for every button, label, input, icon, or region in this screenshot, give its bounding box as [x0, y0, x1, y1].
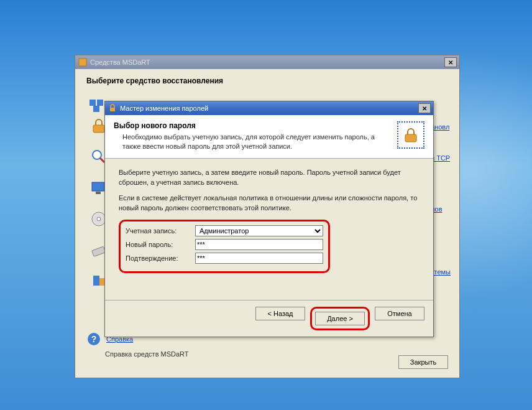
wizard-paragraph-2: Если в системе действует локальная полит… — [119, 193, 420, 213]
svg-rect-7 — [92, 182, 104, 191]
svg-text:?: ? — [91, 334, 97, 344]
svg-rect-11 — [92, 246, 106, 256]
wizard-header: Выбор нового пароля Необходимо выбрать у… — [105, 115, 433, 159]
close-icon[interactable]: ✕ — [444, 57, 457, 67]
svg-rect-13 — [99, 278, 104, 286]
msdart-title: Средства MSDaRT — [90, 58, 150, 66]
wizard-paragraph-1: Выберите учетную запись, а затем введите… — [119, 167, 420, 188]
wizard-step-title: Выбор нового пароля — [114, 121, 392, 130]
wizard-button-row: < Назад Далее > Отмена — [105, 300, 433, 337]
cancel-button[interactable]: Отмена — [375, 307, 424, 320]
wizard-step-subtitle: Необходимо выбрать учетную запись, для к… — [114, 133, 392, 152]
wizard-close-icon[interactable]: ✕ — [418, 103, 431, 113]
account-label: Учетная запись: — [126, 226, 195, 236]
form-highlight: Учетная запись: Администратор Новый паро… — [119, 220, 330, 273]
page-title: Выберите средство восстановления — [86, 77, 448, 85]
svg-line-6 — [100, 158, 104, 162]
svg-rect-17 — [405, 134, 416, 142]
confirm-input[interactable] — [195, 253, 323, 264]
wizard-lock-icon — [108, 103, 117, 113]
svg-rect-16 — [110, 108, 115, 111]
close-button[interactable]: Закрыть — [398, 355, 448, 369]
msdart-titlebar: Средства MSDaRT ✕ — [75, 55, 459, 69]
password-wizard-window: Мастер изменения паролей ✕ Выбор нового … — [104, 101, 434, 337]
newpass-label: Новый пароль: — [126, 240, 195, 250]
wizard-titlebar: Мастер изменения паролей ✕ — [105, 101, 433, 115]
msdart-icon — [78, 57, 88, 67]
svg-rect-0 — [79, 58, 86, 66]
wizard-title: Мастер изменения паролей — [120, 105, 208, 112]
back-button[interactable]: < Назад — [255, 307, 305, 320]
svg-rect-4 — [93, 125, 104, 133]
wizard-body: Выберите учетную запись, а затем введите… — [105, 159, 433, 282]
svg-rect-12 — [93, 276, 99, 286]
help-icon: ? — [86, 332, 101, 347]
svg-point-5 — [93, 151, 101, 159]
help-subtitle: Справка средств MSDaRT — [105, 350, 189, 358]
svg-point-10 — [97, 217, 101, 221]
next-button[interactable]: Далее > — [315, 312, 365, 325]
next-highlight: Далее > — [310, 307, 370, 330]
wizard-header-lock-icon — [397, 121, 424, 149]
confirm-label: Подтверждение: — [126, 253, 195, 264]
account-select[interactable]: Администратор — [195, 225, 323, 236]
newpass-input[interactable] — [195, 239, 323, 250]
svg-rect-8 — [96, 192, 101, 194]
